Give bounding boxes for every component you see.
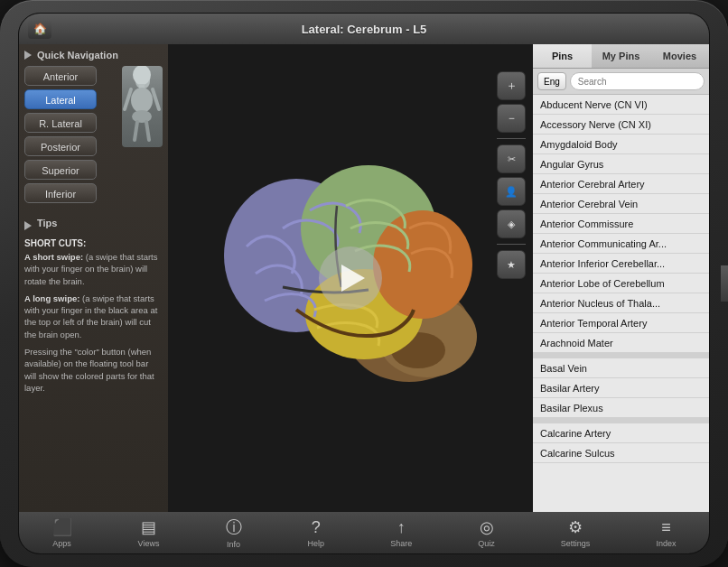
home-icon: 🏠	[33, 23, 47, 35]
anatomy-item[interactable]: Arachnoid Mater	[533, 333, 709, 353]
zoom-in-button[interactable]: ＋	[497, 71, 526, 100]
search-row: Eng	[533, 69, 709, 95]
anatomy-item[interactable]: Anterior Cerebral Artery	[533, 174, 709, 194]
settings-icon: ⚙	[568, 517, 583, 537]
tab-pins[interactable]: Pins	[533, 44, 592, 68]
svg-point-5	[132, 110, 152, 123]
info-icon: ⓘ	[226, 516, 242, 538]
svg-point-15	[373, 210, 472, 319]
top-bar: 🏠 Lateral: Cerebrum - L5	[19, 14, 709, 44]
svg-line-6	[135, 122, 137, 140]
anatomy-item[interactable]: Angular Gyrus	[533, 154, 709, 174]
quiz-label: Quiz	[478, 539, 495, 548]
color-button[interactable]: ◈	[497, 209, 526, 238]
anatomy-item[interactable]: Basal Vein	[533, 358, 709, 378]
anatomy-item[interactable]: Anterior Lobe of Cerebellum	[533, 274, 709, 293]
bottom-item-quiz[interactable]: ◎Quiz	[471, 517, 502, 548]
side-button[interactable]	[721, 265, 728, 302]
tab-movies[interactable]: Movies	[650, 44, 709, 68]
bottom-item-settings[interactable]: ⚙Settings	[554, 517, 598, 548]
tab-my-pins[interactable]: My Pins	[592, 44, 650, 68]
bottom-item-index[interactable]: ≡Index	[649, 518, 683, 548]
ipad-shell: 🏠 Lateral: Cerebrum - L5 Quick Navigatio…	[0, 0, 728, 567]
triangle-icon	[24, 51, 32, 60]
info-label: Info	[227, 540, 240, 549]
bookmark-icon: ★	[507, 259, 516, 271]
apps-label: Apps	[52, 539, 71, 548]
nav-btn-r-lateral[interactable]: R. Lateral	[24, 113, 97, 133]
home-button[interactable]: 🏠	[28, 19, 51, 39]
bottom-item-help[interactable]: ?Help	[301, 518, 332, 548]
index-label: Index	[656, 539, 676, 548]
bottom-item-apps[interactable]: ⬛Apps	[45, 517, 79, 548]
brain-visual: ＋ － ✂ 👤 ◈	[168, 44, 533, 512]
tip-3: Pressing the "color" button (when availa…	[24, 346, 163, 394]
right-toolbar: ＋ － ✂ 👤 ◈	[497, 71, 526, 279]
tips-section-title: Tips	[37, 218, 57, 228]
cut-icon: ✂	[508, 153, 516, 165]
svg-point-0	[133, 66, 151, 85]
svg-line-4	[153, 89, 159, 109]
quiz-icon: ◎	[480, 517, 494, 537]
tip-2: A long swipe: (a swipe that starts with …	[24, 293, 163, 340]
anatomy-item[interactable]: Basilar Artery	[533, 378, 709, 398]
share-label: Share	[390, 539, 412, 548]
tabs-row: Pins My Pins Movies	[533, 44, 709, 69]
anatomy-item[interactable]: Calcarine Sulcus	[533, 443, 709, 463]
anatomy-item[interactable]: Accessory Nerve (CN XI)	[533, 115, 709, 135]
anatomy-item[interactable]: Anterior Cerebral Vein	[533, 194, 709, 214]
index-icon: ≡	[661, 518, 671, 537]
svg-point-2	[131, 88, 153, 113]
anatomy-list: Abducent Nerve (CN VI)Accessory Nerve (C…	[533, 95, 709, 512]
ipad-screen: 🏠 Lateral: Cerebrum - L5 Quick Navigatio…	[18, 13, 710, 554]
play-icon	[341, 265, 365, 292]
anatomy-item[interactable]: Calcarine Artery	[533, 423, 709, 443]
anatomy-item[interactable]: Anterior Communicating Ar...	[533, 234, 709, 254]
page-title: Lateral: Cerebrum - L5	[302, 23, 427, 36]
tips-section: Tips SHORT CUTS: A short swipe: (a swipe…	[24, 218, 163, 399]
right-panel: Pins My Pins Movies Eng Abducent Nerve (…	[533, 44, 709, 512]
nav-btn-posterior[interactable]: Posterior	[24, 136, 97, 156]
zoom-out-button[interactable]: －	[497, 104, 526, 133]
layers-button[interactable]: 👤	[497, 177, 526, 206]
nav-buttons: AnteriorLateralR. LateralPosteriorSuperi…	[24, 66, 117, 203]
layers-icon: 👤	[505, 186, 518, 198]
apps-icon: ⬛	[52, 517, 72, 537]
bottom-item-views[interactable]: ▤Views	[131, 517, 167, 548]
svg-line-3	[125, 89, 131, 109]
nav-btn-inferior[interactable]: Inferior	[24, 183, 97, 203]
bottom-item-info[interactable]: ⓘInfo	[219, 516, 249, 549]
cut-button[interactable]: ✂	[497, 144, 526, 173]
anatomy-item[interactable]: Basilar Plexus	[533, 398, 709, 418]
zoom-out-icon: －	[506, 110, 518, 126]
views-icon: ▤	[141, 517, 156, 537]
share-icon: ↑	[397, 518, 406, 537]
zoom-in-icon: ＋	[506, 78, 518, 94]
nav-btn-superior[interactable]: Superior	[24, 160, 97, 180]
help-icon: ?	[312, 518, 321, 537]
tip-1: A short swipe: (a swipe that starts with…	[24, 251, 163, 287]
skeleton-thumbnail	[122, 66, 163, 200]
anatomy-item[interactable]: Anterior Nucleus of Thala...	[533, 293, 709, 313]
search-input[interactable]	[570, 72, 705, 90]
left-panel: Quick Navigation AnteriorLateralR. Later…	[19, 44, 168, 512]
bottom-bar: ⬛Apps▤ViewsⓘInfo?Help↑Share◎Quiz⚙Setting…	[19, 512, 709, 553]
center-panel: ＋ － ✂ 👤 ◈	[168, 44, 533, 512]
nav-btn-anterior[interactable]: Anterior	[24, 66, 97, 86]
bottom-item-share[interactable]: ↑Share	[383, 518, 419, 548]
nav-btn-lateral[interactable]: Lateral	[24, 89, 97, 109]
anatomy-item[interactable]: Anterior Inferior Cerebellar...	[533, 254, 709, 274]
bookmark-button[interactable]: ★	[497, 250, 526, 279]
anatomy-item[interactable]: Anterior Temporal Artery	[533, 313, 709, 333]
tips-heading: SHORT CUTS:	[24, 238, 163, 248]
color-icon: ◈	[508, 218, 515, 230]
anatomy-item[interactable]: Anterior Commissure	[533, 214, 709, 234]
toolbar-divider-1	[497, 138, 526, 139]
lang-button[interactable]: Eng	[537, 72, 566, 90]
settings-label: Settings	[561, 539, 591, 548]
anatomy-item[interactable]: Abducent Nerve (CN VI)	[533, 95, 709, 115]
nav-section-header: Quick Navigation	[24, 50, 163, 60]
tips-triangle-icon	[24, 221, 32, 230]
anatomy-item[interactable]: Amygdaloid Body	[533, 135, 709, 154]
play-button[interactable]	[319, 246, 382, 310]
